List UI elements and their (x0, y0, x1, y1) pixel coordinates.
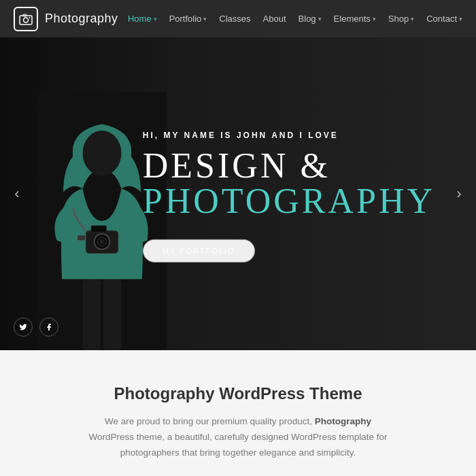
nav-contact[interactable]: Contact ▾ (426, 14, 462, 24)
nav-elements[interactable]: Elements ▾ (334, 14, 376, 24)
svg-rect-6 (103, 279, 122, 351)
hero-next-arrow[interactable]: › (449, 184, 469, 204)
nav-classes[interactable]: Classes (219, 14, 250, 24)
hero-title-line1: DESIGN & (143, 148, 435, 184)
nav-contact-caret: ▾ (459, 16, 462, 22)
portfolio-cta-button[interactable]: MY PORTFOLIO (143, 239, 255, 262)
camera-icon (14, 7, 38, 31)
hero-section: ‹ › HI, MY NAME IS JOHN AND I LOVE DESIG… (0, 37, 476, 350)
section-description: We are proud to bring our premium qualit… (82, 414, 394, 461)
hero-title-line2: PHOTOGRAPHY (143, 184, 435, 219)
facebook-icon[interactable] (39, 318, 58, 337)
main-nav: Home ▾ Portfolio ▾ Classes About Blog ▾ … (128, 14, 462, 24)
site-title: Photography (45, 12, 118, 26)
svg-point-11 (100, 240, 104, 244)
section-heading: Photography WordPress Theme (27, 384, 449, 403)
logo-area: Photography (14, 7, 118, 31)
svg-point-7 (83, 131, 122, 176)
hero-prev-arrow[interactable]: ‹ (7, 184, 27, 204)
svg-rect-12 (91, 226, 107, 233)
nav-shop-caret: ▾ (411, 16, 414, 22)
hero-subtitle: HI, MY NAME IS JOHN AND I LOVE (143, 131, 435, 140)
nav-shop[interactable]: Shop ▾ (388, 14, 414, 24)
header: Photography Home ▾ Portfolio ▾ Classes A… (0, 0, 476, 37)
hero-content: HI, MY NAME IS JOHN AND I LOVE DESIGN & … (143, 131, 435, 262)
svg-point-1 (24, 18, 29, 22)
svg-rect-0 (20, 16, 32, 24)
svg-rect-13 (78, 235, 85, 241)
info-section: Photography WordPress Theme We are proud… (0, 350, 476, 476)
twitter-icon[interactable] (14, 318, 33, 337)
nav-portfolio-caret: ▾ (203, 16, 207, 22)
social-icons-bar (14, 318, 58, 337)
nav-blog-caret: ▾ (318, 16, 322, 22)
nav-blog[interactable]: Blog ▾ (299, 14, 322, 24)
nav-home-caret: ▾ (154, 16, 157, 22)
nav-about[interactable]: About (263, 14, 286, 24)
nav-portfolio[interactable]: Portfolio ▾ (169, 14, 207, 24)
svg-point-3 (29, 17, 31, 18)
svg-rect-5 (83, 279, 101, 351)
nav-elements-caret: ▾ (373, 16, 376, 22)
nav-home[interactable]: Home ▾ (128, 14, 157, 24)
